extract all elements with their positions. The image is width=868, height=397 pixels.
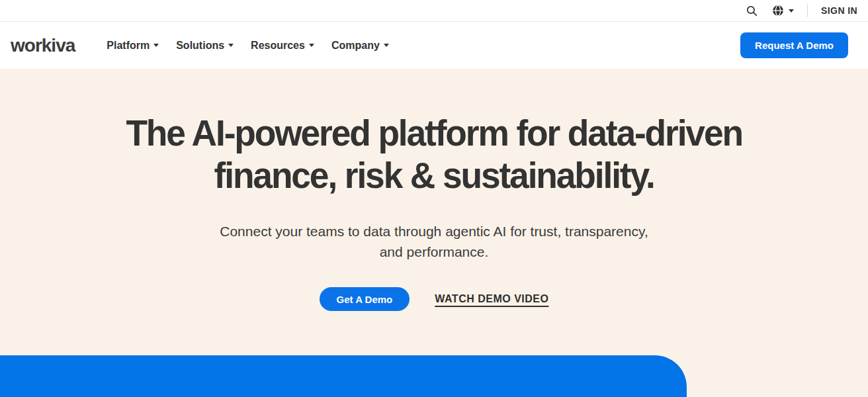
chevron-down-icon xyxy=(228,44,234,47)
hero-subheading-line2: and performance. xyxy=(220,242,648,262)
search-button[interactable] xyxy=(746,5,758,17)
caret-down-icon xyxy=(789,9,794,13)
globe-icon xyxy=(771,4,785,17)
nav-item-label: Platform xyxy=(107,40,150,52)
chevron-down-icon xyxy=(153,44,159,47)
nav-item-platform[interactable]: Platform xyxy=(107,40,159,52)
chevron-down-icon xyxy=(309,44,314,47)
nav-links: Platform Solutions Resources Company xyxy=(107,40,389,52)
nav-item-company[interactable]: Company xyxy=(331,40,389,52)
nav-item-label: Company xyxy=(331,40,380,52)
language-selector[interactable] xyxy=(771,4,794,17)
get-demo-button[interactable]: Get A Demo xyxy=(320,287,410,311)
search-icon xyxy=(746,5,758,17)
nav-item-label: Solutions xyxy=(176,40,224,52)
cta-row: Get A Demo WATCH DEMO VIDEO xyxy=(320,287,549,311)
nav-item-resources[interactable]: Resources xyxy=(251,40,314,52)
utility-bar: SIGN IN xyxy=(0,0,868,22)
hero-heading-line1: The AI-powered platform for data-driven xyxy=(126,112,742,155)
workiva-logo[interactable]: workiva xyxy=(11,35,75,56)
nav-item-solutions[interactable]: Solutions xyxy=(176,40,234,52)
blue-decorative-band xyxy=(0,355,687,397)
request-demo-button[interactable]: Request A Demo xyxy=(740,32,848,58)
hero-heading: The AI-powered platform for data-driven … xyxy=(126,112,742,197)
hero-section: The AI-powered platform for data-driven … xyxy=(0,69,868,397)
page: SIGN IN workiva Platform Solutions Resou… xyxy=(0,0,868,397)
hero-subheading-line1: Connect your teams to data through agent… xyxy=(220,221,648,242)
hero-subheading: Connect your teams to data through agent… xyxy=(220,221,648,262)
watch-demo-video-link[interactable]: WATCH DEMO VIDEO xyxy=(435,293,548,305)
utility-divider xyxy=(807,4,808,17)
main-navbar: workiva Platform Solutions Resources Com… xyxy=(0,22,868,69)
chevron-down-icon xyxy=(384,44,389,47)
nav-item-label: Resources xyxy=(251,40,305,52)
sign-in-link[interactable]: SIGN IN xyxy=(821,5,857,16)
hero-heading-line2: finance, risk & sustainability. xyxy=(126,155,742,197)
